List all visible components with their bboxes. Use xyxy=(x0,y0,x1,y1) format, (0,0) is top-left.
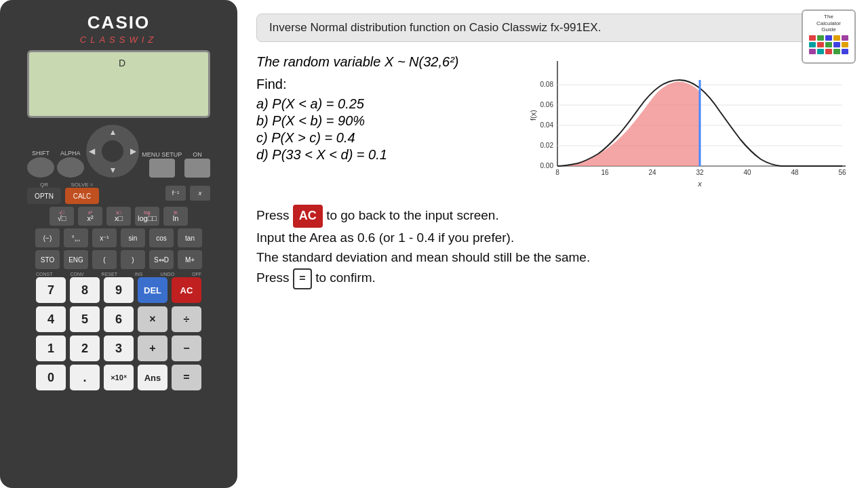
key-0[interactable]: 0 xyxy=(36,365,66,390)
key-7[interactable]: 7 xyxy=(36,277,66,303)
optn-button[interactable]: OPTN xyxy=(27,188,61,204)
lparen-button[interactable]: ( xyxy=(92,250,117,269)
tan-button[interactable]: tan xyxy=(178,228,202,247)
on-button[interactable] xyxy=(184,159,210,178)
ans-button[interactable]: Ans xyxy=(138,365,167,390)
divide-button[interactable]: ÷ xyxy=(172,306,201,332)
guide-key-6 xyxy=(809,42,816,47)
guide-key-3 xyxy=(825,35,832,41)
mplus-button[interactable]: M+ xyxy=(178,250,202,269)
key-4[interactable]: 4 xyxy=(36,306,66,332)
classwiz-logo: CLASSWIZ xyxy=(80,35,157,45)
shift-button[interactable] xyxy=(27,157,54,178)
multiply-button[interactable]: × xyxy=(138,306,167,332)
qr-label: QR xyxy=(40,182,48,188)
sin-button[interactable]: sin xyxy=(121,228,145,247)
menu-setup-label: MENU SETUP xyxy=(142,151,182,158)
solve-label: SOLVE = xyxy=(71,182,94,188)
title-bar: Inverse Normal distribution function on … xyxy=(256,14,849,42)
nav-circle[interactable]: ▲ ▼ ◀ ▶ xyxy=(86,125,139,178)
svg-text:48: 48 xyxy=(791,169,799,176)
cos-button[interactable]: cos xyxy=(149,228,174,247)
alpha-button[interactable] xyxy=(57,157,84,178)
svg-text:40: 40 xyxy=(743,169,751,176)
svg-text:f(x): f(x) xyxy=(529,110,537,121)
find-label: Find: xyxy=(256,77,510,92)
instruction-section: Press AC to go back to the input screen.… xyxy=(256,205,849,289)
exp-button[interactable]: ×10ˣ xyxy=(104,365,134,390)
function-row-1: √□ √□ x² x² x□ x□ log log□□ ln ln xyxy=(27,207,210,226)
on-label: ON xyxy=(193,151,202,158)
key-6[interactable]: 6 xyxy=(104,306,134,332)
guide-key-12 xyxy=(817,49,824,54)
func-icon-button[interactable]: f⁻¹ xyxy=(165,186,186,201)
equals-button[interactable]: = xyxy=(172,365,201,390)
key-1[interactable]: 1 xyxy=(36,336,66,361)
numpad-row-1: 7 8 9 DEL AC xyxy=(27,277,210,303)
distribution-chart: 0.00 0.02 0.04 0.06 0.08 f(x) 8 16 24 xyxy=(524,54,849,190)
ac-button[interactable]: AC xyxy=(172,277,201,303)
guide-key-10 xyxy=(842,42,848,47)
guide-key-5 xyxy=(842,35,848,41)
svg-text:0.02: 0.02 xyxy=(540,142,554,149)
instruction-line-3: The standard deviation and mean should s… xyxy=(256,247,849,267)
const-label: CONST xyxy=(36,272,53,277)
minus-button[interactable]: − xyxy=(172,336,201,361)
equals-key-badge: = xyxy=(293,268,312,289)
instruction-line-4: Press = to confirm. xyxy=(256,268,849,289)
x-squared-button[interactable]: x² x² xyxy=(78,207,102,226)
guide-key-9 xyxy=(833,42,840,47)
guide-key-14 xyxy=(833,49,840,54)
function-row-3: STO ENG ( ) S⇔D M+ xyxy=(27,250,210,269)
sd-button[interactable]: S⇔D xyxy=(149,250,174,269)
x-var-button[interactable]: x xyxy=(190,186,210,201)
key-2[interactable]: 2 xyxy=(70,336,100,361)
shift-label: SHIFT xyxy=(32,150,50,157)
degrees-button[interactable]: °,,, xyxy=(64,228,88,247)
key-9[interactable]: 9 xyxy=(104,277,134,303)
guide-key-8 xyxy=(825,42,832,47)
del-button[interactable]: DEL xyxy=(138,277,167,303)
guide-title: TheCalculatorGuide xyxy=(816,14,841,33)
nav-center[interactable] xyxy=(102,140,123,162)
guide-key-7 xyxy=(817,42,824,47)
rparen-button[interactable]: ) xyxy=(121,250,145,269)
plus-button[interactable]: + xyxy=(138,336,167,361)
numpad-row-2: 4 5 6 × ÷ xyxy=(27,306,210,332)
random-variable: The random variable X ~ N(32,6²) xyxy=(256,54,510,70)
svg-text:16: 16 xyxy=(601,169,609,176)
key-3[interactable]: 3 xyxy=(104,336,134,361)
nav-up-icon: ▲ xyxy=(109,127,117,137)
chart-area: 0.00 0.02 0.04 0.06 0.08 f(x) 8 16 24 xyxy=(524,54,849,192)
eng-button[interactable]: ENG xyxy=(64,250,88,269)
reset-label: RESET xyxy=(102,272,117,277)
problem-b: b) P(X < b) = 90% xyxy=(256,113,510,129)
undo-label: UNDO xyxy=(160,272,174,277)
svg-text:8: 8 xyxy=(555,169,559,176)
log-button[interactable]: log log□□ xyxy=(135,207,159,226)
problem-c: c) P(X > c) = 0.4 xyxy=(256,130,510,146)
nav-group: ▲ ▼ ◀ ▶ xyxy=(86,125,139,178)
calculator: CASIO CLASSWIZ D SHIFT ALPHA ▲ ▼ ◀ ▶ MEN… xyxy=(0,0,237,488)
off-label: OFF xyxy=(192,272,201,277)
guide-key-11 xyxy=(809,49,816,54)
shift-sqrt-button[interactable]: √□ √□ xyxy=(50,207,74,226)
ln-button[interactable]: ln ln xyxy=(163,207,188,226)
guide-key-4 xyxy=(833,35,840,41)
alpha-label: ALPHA xyxy=(60,150,81,157)
key-5[interactable]: 5 xyxy=(70,306,100,332)
negate-button[interactable]: (−) xyxy=(35,228,60,247)
nav-down-icon: ▼ xyxy=(109,165,117,175)
guide-key-15 xyxy=(842,49,848,54)
conv-label: CONV xyxy=(70,272,83,277)
menu-setup-button[interactable] xyxy=(149,159,175,178)
numpad-row-3: 1 2 3 + − xyxy=(27,336,210,361)
sto-button[interactable]: STO xyxy=(35,250,60,269)
key-8[interactable]: 8 xyxy=(70,277,100,303)
calc-button[interactable]: CALC xyxy=(65,188,99,204)
inverse-button[interactable]: x⁻¹ xyxy=(92,228,117,247)
decimal-button[interactable]: . xyxy=(70,365,100,390)
x-power-button[interactable]: x□ x□ xyxy=(106,207,131,226)
calculator-guide-thumbnail[interactable]: TheCalculatorGuide xyxy=(802,9,856,64)
casio-logo: CASIO xyxy=(87,12,150,33)
